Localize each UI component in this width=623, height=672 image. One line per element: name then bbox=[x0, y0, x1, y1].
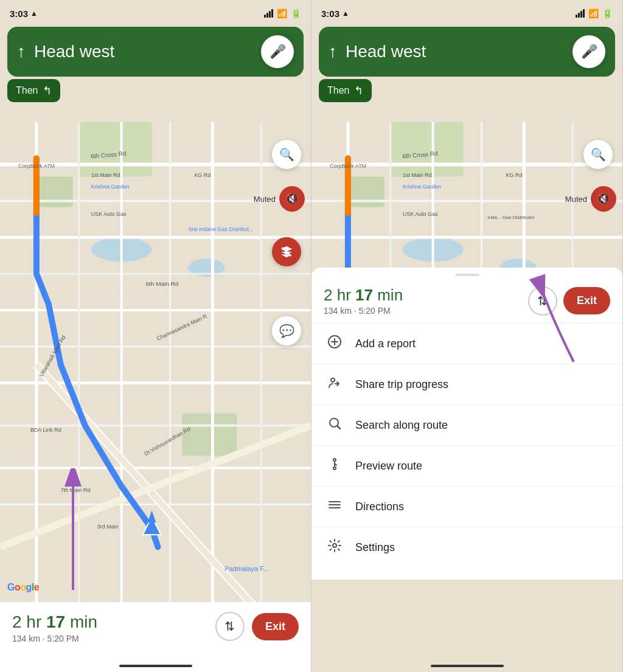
then-card-right: Then ↰ bbox=[319, 79, 372, 102]
google-logo: Google bbox=[7, 582, 39, 593]
share-trip-icon bbox=[326, 375, 343, 393]
mic-icon-right: 🎤 bbox=[581, 44, 597, 60]
report-icon-button[interactable] bbox=[272, 237, 301, 266]
chat-icon: 💬 bbox=[279, 324, 294, 338]
search-route-icon bbox=[326, 416, 343, 434]
nav-icon-area bbox=[272, 237, 301, 266]
nav-direction-text-right: Head west bbox=[346, 42, 426, 61]
svg-text:BDA Link Rd: BDA Link Rd bbox=[30, 427, 61, 433]
nav-direction: ↑ Head west bbox=[17, 42, 114, 61]
wifi-icon: 📶 bbox=[277, 9, 287, 18]
status-time-right: 3:03 ▲ bbox=[321, 9, 349, 19]
mute-button[interactable]: 🔇 bbox=[279, 186, 305, 212]
signal-icon bbox=[264, 9, 273, 18]
purple-arrow-annotation bbox=[49, 468, 97, 602]
menu-item-preview-route[interactable]: Preview route bbox=[312, 446, 622, 487]
status-icons: 📶 🔋 bbox=[264, 9, 301, 18]
search-icon: 🔍 bbox=[279, 147, 294, 162]
svg-text:KG Rd: KG Rd bbox=[194, 172, 211, 178]
share-trip-label: Share trip progress bbox=[355, 378, 448, 391]
left-panel: 6th Cross Rd 1st Main Rd KG Rd 6th Main … bbox=[0, 0, 312, 672]
chat-button[interactable]: 💬 bbox=[272, 316, 301, 345]
muted-icon: 🔇 bbox=[285, 192, 299, 206]
status-icons-right: 📶 🔋 bbox=[576, 9, 613, 18]
svg-text:3rd Main: 3rd Main bbox=[97, 524, 119, 530]
status-bar: 3:03 ▲ 📶 🔋 bbox=[0, 0, 311, 27]
settings-label: Settings bbox=[355, 541, 395, 554]
svg-text:USK Auto Gas: USK Auto Gas bbox=[91, 211, 127, 217]
battery-icon: 🔋 bbox=[291, 9, 301, 18]
search-route-label: Search along route bbox=[355, 419, 448, 432]
mute-button-right[interactable]: 🔇 bbox=[591, 186, 616, 212]
preview-route-icon bbox=[326, 457, 343, 475]
home-indicator-right bbox=[431, 665, 504, 667]
then-card: Then ↰ bbox=[7, 79, 60, 102]
menu-eta-detail: 134 km · 5:20 PM bbox=[324, 306, 403, 316]
wifi-icon-right: 📶 bbox=[588, 9, 599, 18]
svg-text:1st Main Rd: 1st Main Rd bbox=[403, 172, 432, 178]
signal-icon-right bbox=[576, 9, 585, 18]
menu-eta-info: 2 hr 17 min 134 km · 5:20 PM bbox=[324, 286, 403, 316]
svg-text:KG Rd: KG Rd bbox=[506, 172, 522, 178]
muted-label: Muted bbox=[254, 195, 276, 204]
muted-container-right: Muted 🔇 bbox=[565, 186, 616, 212]
svg-text:USK Auto Gas: USK Auto Gas bbox=[403, 211, 438, 217]
search-button-right[interactable]: 🔍 bbox=[583, 140, 613, 169]
search-icon-right: 🔍 bbox=[591, 147, 606, 162]
then-turn-icon: ↰ bbox=[43, 84, 52, 97]
then-label: Then bbox=[16, 85, 38, 96]
svg-rect-1 bbox=[79, 122, 152, 177]
eta-minutes: 17 bbox=[46, 612, 70, 631]
svg-text:Krishna Garden: Krishna Garden bbox=[403, 184, 441, 190]
svg-rect-2 bbox=[37, 177, 73, 207]
svg-rect-46 bbox=[348, 177, 385, 207]
purple-arrow-annotation-right bbox=[525, 252, 586, 374]
nav-header-right: ↑ Head west 🎤 Then ↰ bbox=[319, 27, 615, 102]
nav-direction-right: ↑ Head west bbox=[329, 42, 426, 61]
nav-header: ↑ Head west 🎤 Then ↰ bbox=[7, 27, 304, 102]
then-label-right: Then bbox=[327, 85, 349, 96]
menu-handle bbox=[455, 274, 479, 276]
nav-direction-icon: ↑ bbox=[17, 43, 26, 60]
muted-container: Muted 🔇 bbox=[254, 186, 305, 212]
route-options-button[interactable]: ⇅ bbox=[215, 612, 245, 641]
exit-button[interactable]: Exit bbox=[252, 613, 299, 640]
mic-icon: 🎤 bbox=[270, 44, 286, 60]
home-indicator bbox=[119, 665, 192, 667]
svg-point-79 bbox=[333, 544, 336, 547]
svg-rect-3 bbox=[182, 414, 237, 456]
battery-icon-right: 🔋 bbox=[602, 9, 613, 18]
menu-item-settings[interactable]: Settings bbox=[312, 527, 622, 567]
eta-time: 2 hr 17 min bbox=[12, 612, 97, 632]
svg-text:Padmalaya F...: Padmalaya F... bbox=[224, 565, 269, 572]
menu-item-search-route[interactable]: Search along route bbox=[312, 405, 622, 446]
eta-detail: 134 km · 5:20 PM bbox=[12, 634, 97, 643]
svg-text:Sns Indane Gas Distribut...: Sns Indane Gas Distribut... bbox=[188, 226, 253, 232]
add-report-label: Add a report bbox=[355, 338, 416, 350]
menu-item-directions[interactable]: Directions bbox=[312, 487, 622, 527]
location-icon-right: ▲ bbox=[342, 9, 349, 18]
muted-label-right: Muted bbox=[565, 195, 587, 204]
mic-button-right[interactable]: 🎤 bbox=[573, 35, 605, 68]
search-button[interactable]: 🔍 bbox=[272, 140, 301, 169]
menu-eta-time: 2 hr 17 min bbox=[324, 286, 403, 305]
nav-main-card: ↑ Head west 🎤 bbox=[7, 27, 304, 77]
bottom-bar: 2 hr 17 min 134 km · 5:20 PM ⇅ Exit bbox=[0, 602, 311, 672]
svg-point-69 bbox=[331, 378, 335, 382]
svg-text:Inda... Gas Distributor: Inda... Gas Distributor bbox=[487, 215, 535, 220]
menu-eta-minutes: 17 bbox=[355, 286, 377, 304]
nav-direction-icon-right: ↑ bbox=[329, 43, 337, 60]
mic-button[interactable]: 🎤 bbox=[261, 35, 294, 68]
svg-line-72 bbox=[338, 426, 341, 429]
status-bar-right: 3:03 ▲ 📶 🔋 bbox=[312, 0, 622, 27]
settings-icon bbox=[326, 538, 343, 556]
svg-text:6th Main Rd: 6th Main Rd bbox=[146, 280, 179, 287]
preview-route-label: Preview route bbox=[355, 460, 422, 473]
then-turn-icon-right: ↰ bbox=[354, 84, 363, 97]
right-panel: 6th Cross Rd 1st Main Rd KG Rd CorpBank … bbox=[312, 0, 623, 672]
svg-text:Krishna Garden: Krishna Garden bbox=[91, 184, 130, 190]
bottom-buttons: ⇅ Exit bbox=[215, 612, 299, 641]
directions-icon bbox=[326, 497, 343, 516]
nav-main-card-right: ↑ Head west 🎤 bbox=[319, 27, 615, 77]
add-report-icon bbox=[326, 334, 343, 353]
